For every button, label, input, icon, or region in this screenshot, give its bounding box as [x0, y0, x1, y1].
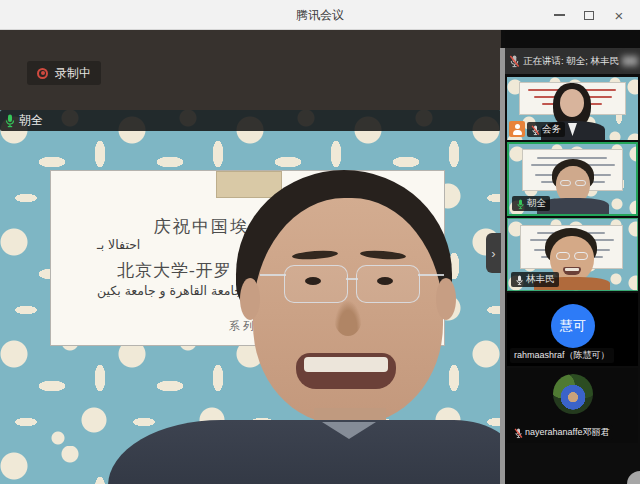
maximize-icon	[584, 11, 594, 20]
minimize-button[interactable]	[544, 0, 574, 30]
main-video[interactable]: 庆祝中国埃 احتفالا بـ الصينية المصرية الدبلوم…	[0, 110, 501, 484]
speaker-shoulders	[108, 420, 501, 484]
close-button[interactable]: ×	[604, 0, 634, 30]
participant-label: 会务	[527, 122, 565, 137]
scroll-corner-grip[interactable]	[627, 471, 640, 484]
participant-name: nayerahanaffe邓丽君	[525, 426, 609, 439]
participant-name: 林丰民	[526, 273, 555, 286]
recording-badge[interactable]: 录制中	[27, 61, 101, 85]
mic-muted-icon	[514, 427, 523, 439]
participant-glasses	[556, 252, 570, 260]
participant-glasses	[574, 252, 588, 260]
titlebar[interactable]: 腾讯会议 ×	[0, 0, 640, 30]
participant-tile-nayerahanaffe[interactable]: nayerahanaffe邓丽君	[507, 368, 638, 443]
window-controls: ×	[544, 0, 634, 30]
speaker-name-tag: 朝全	[0, 110, 501, 131]
speaker-nose	[334, 300, 362, 336]
participant-label: nayerahanaffe邓丽君	[510, 425, 613, 440]
participant-tile-huiwu[interactable]: 会务	[507, 77, 638, 140]
participants-sidebar: 正在讲话: 朝全; 林丰民 会务	[505, 30, 640, 484]
sidebar-collapse-button[interactable]: ›	[486, 233, 501, 273]
slide-logo-box	[216, 171, 282, 198]
avatar-photo	[553, 374, 593, 414]
speaker-glasses-arm-left	[260, 274, 286, 276]
recording-label: 录制中	[55, 65, 91, 82]
speaker-ear-left	[240, 278, 260, 320]
speaker-eye-left	[305, 277, 321, 285]
host-badge-icon	[509, 121, 525, 137]
participant-name: 会务	[542, 123, 561, 136]
mic-muted-icon	[531, 124, 540, 136]
speaker-glasses-bridge	[346, 278, 358, 280]
participant-tile-rahmaashraf[interactable]: 慧可 rahmaashraf（陈慧可）	[507, 293, 638, 366]
speaker-eye-right	[377, 277, 393, 285]
slide-subtitle-ar-left: جامعة القاهرة و جامعة بكين	[97, 283, 242, 298]
blurred-name	[622, 56, 638, 66]
participant-teeth	[565, 268, 579, 271]
participant-tile-chaoquan[interactable]: 朝全	[507, 142, 638, 216]
minimize-icon	[554, 14, 565, 16]
participant-glasses	[560, 180, 571, 186]
slide-subtitle-cn-left: 北京大学-开罗	[117, 259, 232, 282]
avatar: 慧可	[551, 304, 595, 348]
participant-face	[560, 89, 584, 117]
participant-name: rahmaashraf（陈慧可）	[514, 349, 610, 362]
mic-on-icon	[516, 198, 525, 210]
chevron-right-icon: ›	[491, 246, 495, 261]
participant-label: 林丰民	[511, 272, 559, 287]
speaker-name: 朝全	[19, 112, 43, 129]
maximize-button[interactable]	[574, 0, 604, 30]
close-icon: ×	[615, 8, 624, 23]
mic-muted-icon	[509, 54, 520, 68]
slide-title-cn: 庆祝中国埃	[154, 215, 249, 238]
participant-label: rahmaashraf（陈慧可）	[510, 348, 614, 363]
mic-icon	[515, 274, 524, 286]
participant-glasses	[575, 180, 586, 186]
participant-tile-linfengmin[interactable]: 林丰民	[507, 218, 638, 291]
record-icon	[37, 68, 48, 79]
avatar-initials: 慧可	[560, 317, 586, 335]
mic-on-icon	[4, 113, 16, 128]
slide-title-ar-left: احتفالا بـ	[97, 237, 140, 252]
participant-name: 朝全	[527, 197, 546, 210]
now-speaking-label: 正在讲话: 朝全; 林丰民	[523, 55, 619, 68]
now-speaking-bar: 正在讲话: 朝全; 林丰民	[505, 48, 640, 74]
participant-label: 朝全	[512, 196, 550, 211]
meeting-topbar: 录制中	[0, 30, 501, 110]
speaker-glasses-arm-right	[418, 274, 444, 276]
speaker-teeth	[304, 357, 388, 372]
speaker-ear-right	[436, 278, 456, 320]
app-window: 腾讯会议 × 录制中 庆祝中国埃 احتفالا بـ الصينية المص…	[0, 0, 640, 484]
